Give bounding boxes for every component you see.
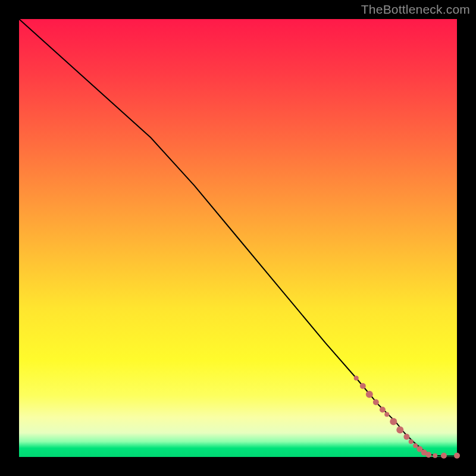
watermark-text: TheBottleneck.com [361, 2, 470, 17]
data-marker [425, 452, 431, 458]
chart-frame: TheBottleneck.com [0, 0, 476, 476]
data-marker [380, 407, 386, 413]
data-marker [366, 391, 373, 398]
data-marker [354, 376, 359, 381]
data-marker [373, 399, 379, 405]
data-marker [390, 418, 397, 425]
data-marker [384, 412, 389, 417]
chart-svg [19, 19, 457, 457]
data-marker [441, 453, 447, 459]
curve-line [19, 19, 457, 456]
data-marker [413, 443, 418, 448]
data-marker [360, 383, 366, 389]
data-marker [433, 453, 437, 458]
markers-group [354, 376, 460, 459]
data-marker [396, 426, 403, 433]
data-marker [454, 453, 460, 459]
plot-area [19, 19, 457, 457]
data-marker [403, 434, 409, 440]
data-marker [409, 439, 414, 444]
